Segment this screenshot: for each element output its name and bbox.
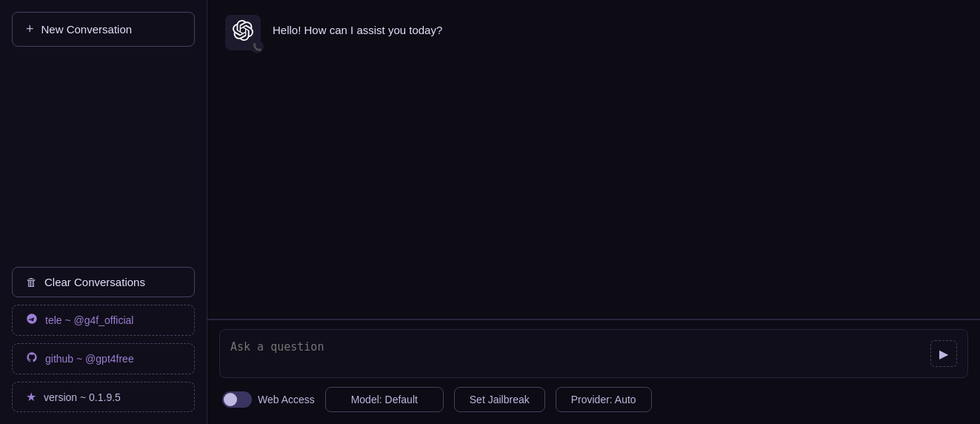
assistant-message: 📞 Hello! How can I assist you today? (225, 15, 962, 50)
new-conversation-button[interactable]: + New Conversation (12, 12, 195, 47)
github-icon (26, 351, 38, 366)
main-content: 📞 Hello! How can I assist you today? ▶ W… (207, 0, 980, 424)
telegram-label: tele ~ @g4f_official (45, 314, 133, 326)
chat-area: 📞 Hello! How can I assist you today? (207, 0, 980, 319)
github-prefix: github ~ (45, 353, 85, 365)
send-button[interactable]: ▶ (930, 340, 957, 367)
telegram-link[interactable]: tele ~ @g4f_official (12, 305, 195, 336)
sidebar: + New Conversation 🗑 Clear Conversations… (0, 0, 207, 424)
telegram-prefix: tele ~ (45, 314, 74, 326)
provider-button[interactable]: Provider: Auto (556, 387, 652, 412)
web-access-label: Web Access (258, 394, 315, 405)
trash-icon: 🗑 (26, 276, 37, 288)
send-icon: ▶ (939, 347, 948, 361)
input-container: ▶ (219, 329, 968, 378)
telegram-icon (26, 313, 38, 328)
github-link[interactable]: github ~ @gpt4free (12, 343, 195, 374)
github-label: github ~ @gpt4free (45, 353, 134, 365)
avatar-badge-icon: 📞 (250, 40, 264, 53)
jailbreak-label: Set Jailbreak (470, 394, 530, 405)
model-label: Model: Default (351, 394, 418, 405)
star-icon: ★ (26, 390, 36, 404)
bottom-bar: Web Access Model: Default Set Jailbreak … (219, 387, 968, 415)
version-label: version ~ 0.1.9.5 (44, 391, 121, 403)
version-display: ★ version ~ 0.1.9.5 (12, 382, 195, 412)
sidebar-bottom: 🗑 Clear Conversations tele ~ @g4f_offici… (12, 267, 195, 412)
telegram-handle: @g4f_official (74, 314, 134, 326)
model-select-button[interactable]: Model: Default (325, 387, 444, 412)
jailbreak-button[interactable]: Set Jailbreak (454, 387, 545, 412)
web-access-toggle[interactable] (222, 391, 252, 408)
clear-conversations-label: Clear Conversations (44, 276, 145, 288)
openai-logo-icon (233, 20, 253, 45)
input-area: ▶ Web Access Model: Default Set Jailbrea… (207, 319, 980, 424)
new-conversation-label: New Conversation (41, 23, 133, 36)
provider-label: Provider: Auto (571, 394, 636, 405)
plus-icon: + (26, 21, 34, 37)
chat-input[interactable] (230, 339, 924, 368)
assistant-avatar: 📞 (225, 15, 261, 50)
sidebar-spacer (12, 47, 195, 267)
toggle-knob (224, 393, 237, 406)
assistant-message-text: Hello! How can I assist you today? (273, 15, 442, 39)
github-handle: @gpt4free (85, 353, 134, 365)
web-access-toggle-wrapper: Web Access (222, 391, 315, 408)
clear-conversations-button[interactable]: 🗑 Clear Conversations (12, 267, 195, 297)
